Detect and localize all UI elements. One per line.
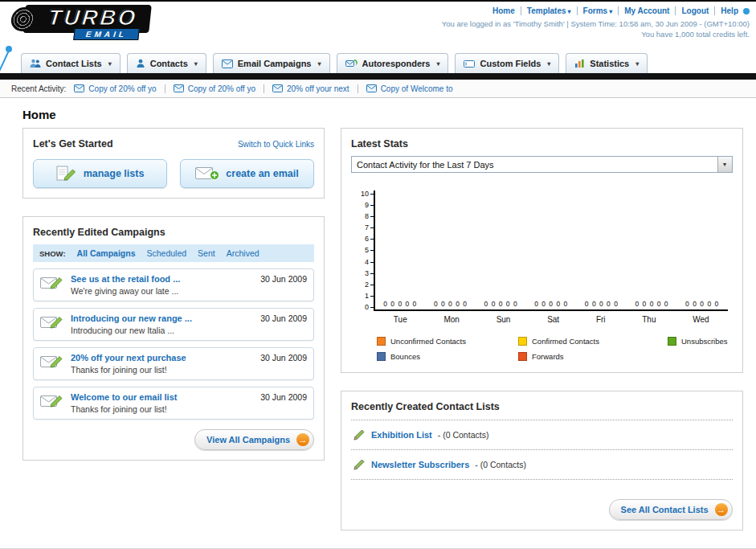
switch-quick-links-link[interactable]: Switch to Quick Links [238, 140, 314, 149]
tab-label: Custom Fields [480, 59, 541, 68]
campaign-item: Welcome to our email list Thanks for joi… [33, 387, 314, 420]
recent-activity-item[interactable]: 20% off your next [264, 84, 349, 93]
envelope-pencil-icon [40, 353, 64, 371]
tab-contact-lists[interactable]: Contact Lists ▾ [21, 53, 121, 73]
chart-zero-row: 0 0 0 0 00 0 0 0 00 0 0 0 00 0 0 0 00 0 … [375, 300, 728, 308]
show-label: SHOW: [39, 249, 66, 258]
chart-x-label: Tue [394, 315, 407, 324]
link-templates[interactable]: Templates▾ [521, 6, 571, 15]
latest-stats-panel: Latest Stats Contact Activity for the La… [341, 128, 743, 373]
campaign-title-link[interactable]: 20% off your next purchase [71, 353, 254, 363]
arrow-right-icon: → [715, 503, 728, 516]
link-forms[interactable]: Forms▾ [577, 6, 613, 15]
envelope-pencil-icon [40, 392, 64, 410]
contact-list-count: - (0 Contacts) [438, 430, 489, 440]
button-label: create an email [226, 168, 298, 179]
recent-campaigns-panel: Recently Edited Campaigns SHOW: All Camp… [22, 216, 325, 461]
right-column: Latest Stats Contact Activity for the La… [341, 128, 743, 548]
email-icon [174, 84, 184, 92]
contact-list-item: Newsletter Subscribers - (0 Contacts) [351, 450, 733, 480]
left-column: Let's Get Started Switch to Quick Links … [22, 128, 325, 478]
chart-y-tick: 5 [365, 247, 374, 254]
chart-value-group: 0 0 0 0 0 [383, 300, 417, 308]
tab-label: Email Campaigns [238, 59, 312, 68]
contact-list-link[interactable]: Exhibition List [371, 430, 432, 440]
create-email-button[interactable]: create an email [180, 159, 314, 188]
campaign-title-link[interactable]: See us at the retail food ... [71, 274, 254, 284]
panel-title: Recently Edited Campaigns [33, 227, 314, 238]
link-help[interactable]: Help [714, 6, 738, 15]
tab-custom-fields[interactable]: Custom Fields ▾ [455, 53, 559, 73]
recent-activity-item[interactable]: Copy of 20% off yo [74, 84, 156, 93]
manage-lists-button[interactable]: manage lists [33, 159, 167, 188]
filter-archived[interactable]: Archived [227, 248, 259, 258]
legend-item: Unconfirmed Contacts [377, 337, 518, 346]
recent-activity-item[interactable]: Copy of Welcome to [358, 84, 453, 93]
view-all-campaigns-button[interactable]: View All Campaigns → [194, 429, 314, 450]
page-title: Home [22, 108, 756, 121]
panel-title: Latest Stats [351, 138, 733, 150]
chart-x-label: Sun [497, 315, 511, 324]
pencil-paper-icon [56, 165, 77, 182]
campaign-date: 30 Jun 2009 [260, 313, 307, 323]
link-home[interactable]: Home [492, 6, 515, 15]
tab-autoresponders[interactable]: Autoresponders ▾ [337, 53, 449, 73]
envelope-plus-icon [195, 166, 219, 182]
chart-y-tick: 9 [365, 202, 374, 209]
pencil-icon [353, 458, 366, 471]
campaign-date: 30 Jun 2009 [260, 353, 307, 363]
chart-value-group: 0 0 0 0 0 [434, 300, 468, 308]
legend-swatch [377, 352, 386, 361]
envelope-pencil-icon [40, 313, 64, 331]
campaign-title-link[interactable]: Introducing our new range ... [71, 313, 254, 323]
chevron-down-icon: ▾ [547, 60, 550, 68]
campaign-subtitle: Thanks for joining our list! [71, 365, 254, 375]
filter-sent[interactable]: Sent [198, 248, 215, 258]
legend-swatch [518, 352, 527, 361]
chevron-down-icon: ▾ [717, 157, 732, 172]
chart-y-tick: 8 [365, 213, 374, 220]
recent-contact-lists-panel: Recently Created Contact Lists Exhibitio… [341, 391, 743, 531]
statistics-icon [574, 59, 585, 68]
campaign-date: 30 Jun 2009 [260, 274, 307, 284]
pencil-icon [353, 428, 366, 441]
chart-y-tick: 6 [365, 236, 374, 243]
chart-value-group: 0 0 0 0 0 [534, 300, 568, 308]
contact-list-count: - (0 Contacts) [475, 460, 526, 469]
tab-contacts[interactable]: Contacts ▾ [127, 53, 206, 73]
contact-lists-icon [30, 59, 41, 68]
recent-activity-bar: Recent Activity: Copy of 20% off yo Copy… [0, 80, 756, 98]
contact-list-link[interactable]: Newsletter Subscribers [371, 460, 469, 469]
tab-statistics[interactable]: Statistics ▾ [566, 53, 648, 73]
recent-activity-item[interactable]: Copy of 20% off yo [165, 84, 255, 93]
legend-label: Bounces [390, 352, 420, 361]
legend-label: Forwards [532, 352, 564, 361]
filter-scheduled[interactable]: Scheduled [146, 248, 186, 258]
blue-dot-icon [743, 8, 750, 14]
header-utility: Home Templates▾ Forms▾ My Account Logout… [442, 6, 750, 39]
see-all-contact-lists-button[interactable]: See All Contact Lists → [609, 499, 733, 520]
chevron-down-icon: ▾ [568, 8, 571, 15]
chevron-down-icon: ▾ [609, 8, 612, 15]
autoresponders-icon [345, 59, 358, 68]
link-my-account[interactable]: My Account [618, 6, 669, 15]
filter-all-campaigns[interactable]: All Campaigns [77, 248, 136, 258]
stats-period-select[interactable]: Contact Activity for the Last 7 Days ▾ [351, 156, 733, 173]
legend-swatch [668, 337, 676, 346]
legend-swatch [518, 337, 527, 346]
chart-y-tick: 1 [365, 293, 374, 300]
turbo-email-logo: TURBO EMAIL [22, 5, 152, 33]
link-logout[interactable]: Logout [675, 6, 709, 15]
chart-x-labels: TueMonSunSatFriThuWed [375, 315, 728, 324]
chart-y-tick: 4 [365, 259, 374, 266]
tab-email-campaigns[interactable]: Email Campaigns ▾ [213, 53, 330, 73]
recent-item-label: 20% off your next [287, 84, 349, 93]
recent-item-label: Copy of 20% off yo [88, 84, 156, 93]
campaign-title-link[interactable]: Welcome to our email list [71, 392, 254, 402]
main-content: Let's Get Started Switch to Quick Links … [0, 128, 756, 548]
button-label: manage lists [84, 168, 145, 179]
button-label: See All Contact Lists [621, 505, 709, 514]
chevron-down-icon: ▾ [436, 60, 439, 68]
nav-divider-bar [0, 73, 756, 80]
recent-item-label: Copy of 20% off yo [188, 84, 255, 93]
